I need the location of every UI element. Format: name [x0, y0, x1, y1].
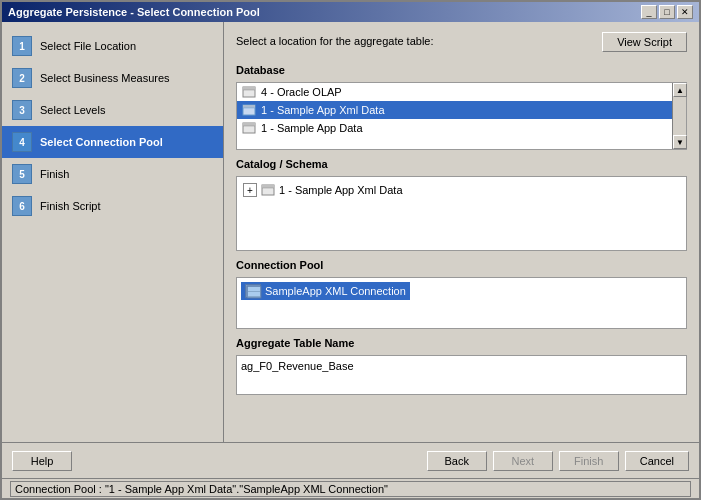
- connection-pool-box: SampleApp XML Connection: [236, 277, 687, 329]
- catalog-box: + 1 - Sample App Xml Data: [236, 176, 687, 251]
- right-panel: Select a location for the aggregate tabl…: [224, 22, 699, 442]
- step-number-5: 5: [12, 164, 32, 184]
- aggregate-table-section: Aggregate Table Name: [236, 337, 687, 395]
- main-area: 1 Select File Location 2 Select Business…: [2, 22, 699, 442]
- catalog-db-icon: [260, 183, 276, 197]
- main-window: Aggregate Persistence - Select Connectio…: [0, 0, 701, 500]
- help-button[interactable]: Help: [12, 451, 72, 471]
- catalog-tree-label: 1 - Sample App Xml Data: [279, 184, 403, 196]
- aggregate-table-label: Aggregate Table Name: [236, 337, 687, 349]
- catalog-label: Catalog / Schema: [236, 158, 687, 170]
- title-bar: Aggregate Persistence - Select Connectio…: [2, 2, 699, 22]
- view-script-button[interactable]: View Script: [602, 32, 687, 52]
- navigation-buttons: Back Next Finish Cancel: [427, 451, 689, 471]
- sidebar-item-finish[interactable]: 5 Finish: [2, 158, 223, 190]
- status-text: Connection Pool : "1 - Sample App Xml Da…: [10, 481, 691, 497]
- cancel-button[interactable]: Cancel: [625, 451, 689, 471]
- connection-pool-label: Connection Pool: [236, 259, 687, 271]
- db-icon-2: [241, 103, 257, 117]
- expand-icon[interactable]: +: [243, 183, 257, 197]
- db-item-label-2: 1 - Sample App Xml Data: [261, 104, 385, 116]
- step-number-4: 4: [12, 132, 32, 152]
- aggregate-table-input[interactable]: [236, 355, 687, 395]
- database-label: Database: [236, 64, 687, 76]
- minimize-button[interactable]: _: [641, 5, 657, 19]
- svg-rect-10: [262, 185, 274, 188]
- step-label-2: Select Business Measures: [40, 72, 170, 84]
- sidebar-item-select-levels[interactable]: 3 Select Levels: [2, 94, 223, 126]
- window-controls: _ □ ✕: [641, 5, 693, 19]
- db-icon-3: [241, 121, 257, 135]
- svg-rect-14: [248, 292, 260, 296]
- db-item-oracle-olap[interactable]: 4 - Oracle OLAP: [237, 83, 672, 101]
- instruction-text: Select a location for the aggregate tabl…: [236, 35, 434, 47]
- scroll-up-button[interactable]: ▲: [673, 83, 687, 97]
- step-number-2: 2: [12, 68, 32, 88]
- back-button[interactable]: Back: [427, 451, 487, 471]
- db-item-label-1: 4 - Oracle OLAP: [261, 86, 342, 98]
- pool-item-label: SampleApp XML Connection: [265, 285, 406, 297]
- window-content: 1 Select File Location 2 Select Business…: [2, 22, 699, 498]
- sidebar-item-select-business-measures[interactable]: 2 Select Business Measures: [2, 62, 223, 94]
- svg-rect-7: [243, 123, 255, 126]
- next-button[interactable]: Next: [493, 451, 553, 471]
- database-section: Database 4: [236, 64, 687, 150]
- step-label-4: Select Connection Pool: [40, 136, 163, 148]
- step-number-6: 6: [12, 196, 32, 216]
- database-list: 4 - Oracle OLAP 1 -: [237, 83, 672, 149]
- sidebar-item-select-file-location[interactable]: 1 Select File Location: [2, 30, 223, 62]
- status-bar: Connection Pool : "1 - Sample App Xml Da…: [2, 478, 699, 498]
- db-item-label-3: 1 - Sample App Data: [261, 122, 363, 134]
- step-number-1: 1: [12, 36, 32, 56]
- catalog-tree-item: + 1 - Sample App Xml Data: [241, 181, 682, 199]
- scroll-down-button[interactable]: ▼: [673, 135, 687, 149]
- svg-rect-1: [243, 87, 255, 90]
- scroll-track: [673, 97, 686, 135]
- database-scrollbar[interactable]: ▲ ▼: [672, 83, 686, 149]
- svg-rect-13: [248, 287, 260, 291]
- connection-pool-section: Connection Pool SampleApp XML Connection: [236, 259, 687, 329]
- window-title: Aggregate Persistence - Select Connectio…: [8, 6, 260, 18]
- bottom-bar: Help Back Next Finish Cancel: [2, 442, 699, 478]
- close-button[interactable]: ✕: [677, 5, 693, 19]
- maximize-button[interactable]: □: [659, 5, 675, 19]
- step-number-3: 3: [12, 100, 32, 120]
- db-icon-1: [241, 85, 257, 99]
- sidebar-item-select-connection-pool[interactable]: 4 Select Connection Pool: [2, 126, 223, 158]
- svg-rect-4: [243, 105, 255, 108]
- pool-icon: [245, 284, 261, 298]
- finish-button[interactable]: Finish: [559, 451, 619, 471]
- catalog-section: Catalog / Schema + 1 - Samp: [236, 158, 687, 251]
- step-label-5: Finish: [40, 168, 69, 180]
- database-listbox[interactable]: 4 - Oracle OLAP 1 -: [236, 82, 687, 150]
- db-item-sample-app-data[interactable]: 1 - Sample App Data: [237, 119, 672, 137]
- step-label-3: Select Levels: [40, 104, 105, 116]
- sidebar-item-finish-script[interactable]: 6 Finish Script: [2, 190, 223, 222]
- db-item-sample-xml[interactable]: 1 - Sample App Xml Data: [237, 101, 672, 119]
- pool-item[interactable]: SampleApp XML Connection: [241, 282, 410, 300]
- step-label-6: Finish Script: [40, 200, 101, 212]
- sidebar: 1 Select File Location 2 Select Business…: [2, 22, 224, 442]
- step-label-1: Select File Location: [40, 40, 136, 52]
